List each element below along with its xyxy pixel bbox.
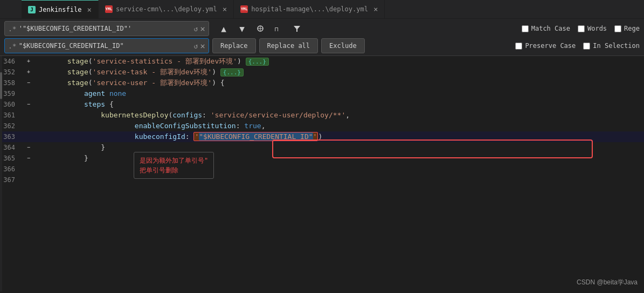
find-clear-button[interactable]: × [200, 24, 205, 34]
in-selection-label: In Selection [593, 42, 640, 50]
tab-bar: J Jenkinsfile × YML service-cmn\...\depl… [0, 0, 644, 19]
words-label: Words [587, 25, 607, 32]
regex-label: Rege [624, 25, 640, 32]
replace-all-button[interactable]: Replace all [259, 38, 318, 53]
words-checkbox[interactable] [578, 25, 585, 32]
watermark: CSDN @beita学Java [577, 278, 638, 287]
tab-service-cmn[interactable]: YML service-cmn\...\deploy.yml × [99, 0, 234, 19]
line-361: 361 kubernetesDeploy(configs: 'service/s… [2, 110, 644, 121]
line-352: 352 + stage('service-task - 部署到dev环境') {… [2, 67, 644, 78]
find-toolbar-icons: ▲ ▼ ⊓ [217, 22, 304, 36]
line-360: 360 − steps { [2, 99, 644, 110]
line-366: 366 [2, 164, 644, 175]
preserve-case-option[interactable]: Preserve Case [515, 42, 576, 50]
line-367: 367 [2, 175, 644, 185]
editor-area: 346 + stage('service-statistics - 部署到dev… [0, 56, 644, 291]
tab-service-cmn-label: service-cmn\...\deploy.yml [116, 5, 217, 13]
match-case-option[interactable]: Match Case [522, 25, 570, 32]
words-option[interactable]: Words [578, 25, 607, 32]
replace-regex-icon[interactable]: .* [8, 42, 17, 50]
match-case-label: Match Case [531, 25, 570, 32]
replace-clear-button[interactable]: × [200, 41, 205, 51]
find-in-selection-icon[interactable]: ⊓ [272, 22, 286, 36]
replace-search-box[interactable]: .* ↺ × [4, 38, 209, 53]
svg-marker-4 [294, 26, 300, 32]
preserve-case-label: Preserve Case [525, 42, 576, 50]
preserve-case-checkbox[interactable] [515, 43, 522, 50]
svg-text:⊓: ⊓ [275, 26, 279, 33]
fold-346[interactable]: + [24, 56, 33, 67]
fold-352[interactable]: + [24, 67, 33, 78]
line-359: 359 agent none [2, 88, 644, 99]
next-match-button[interactable]: ▼ [235, 22, 249, 36]
tab-jenkinsfile-close[interactable]: × [87, 5, 91, 14]
fold-364[interactable]: − [24, 142, 33, 153]
line-346: 346 + stage('service-statistics - 部署到dev… [2, 56, 644, 67]
find-replace-toolbar: .* ↺ × ▲ ▼ ⊓ Match Case Words [0, 19, 644, 56]
tab-hospital-manage-close[interactable]: × [373, 5, 378, 13]
scroll-bar[interactable] [0, 56, 2, 291]
yaml-icon-2: YML [240, 5, 248, 13]
line-364: 364 − } [2, 142, 644, 153]
find-input[interactable] [19, 25, 192, 32]
jenkins-icon: J [28, 6, 36, 13]
replace-input[interactable] [19, 42, 192, 50]
code-editor[interactable]: 346 + stage('service-statistics - 部署到dev… [2, 56, 644, 291]
yaml-icon-1: YML [105, 5, 113, 13]
match-case-checkbox[interactable] [522, 25, 529, 32]
fold-358[interactable]: − [24, 78, 33, 88]
line-363: 363 kubeconfigId: '"$KUBECONFIG_CREDENTI… [2, 131, 644, 142]
in-selection-checkbox[interactable] [583, 43, 590, 50]
find-history-icon[interactable]: ↺ [194, 25, 198, 33]
regex-option[interactable]: Rege [614, 25, 640, 32]
find-row: .* ↺ × ▲ ▼ ⊓ Match Case Words [4, 21, 640, 36]
find-search-box[interactable]: .* ↺ × [4, 21, 209, 36]
exclude-button[interactable]: Exclude [321, 38, 365, 53]
prev-match-button[interactable]: ▲ [217, 22, 231, 36]
filter-icon[interactable] [290, 22, 304, 36]
tab-hospital-manage-label: hospital-manage\...\deploy.yml [251, 5, 368, 13]
find-regex-icon[interactable]: .* [8, 25, 17, 33]
replace-button[interactable]: Replace [212, 38, 256, 53]
fold-365[interactable]: − [24, 153, 33, 164]
tab-service-cmn-close[interactable]: × [223, 5, 227, 13]
in-selection-option[interactable]: In Selection [583, 42, 640, 50]
line-362: 362 enableConfigSubstitution: true, [2, 121, 644, 131]
tab-jenkinsfile-label: Jenkinsfile [39, 6, 81, 13]
replace-row: .* ↺ × Replace Replace all Exclude Prese… [4, 38, 640, 53]
line-358: 358 − stage('service-user - 部署到dev环境') { [2, 78, 644, 88]
tab-hospital-manage[interactable]: YML hospital-manage\...\deploy.yml × [234, 0, 385, 19]
regex-checkbox[interactable] [614, 25, 621, 32]
tab-jenkinsfile[interactable]: J Jenkinsfile × [22, 0, 99, 19]
select-all-matches-button[interactable] [253, 22, 267, 36]
replace-history-icon[interactable]: ↺ [194, 42, 198, 50]
line-365: 365 − } [2, 153, 644, 164]
fold-360[interactable]: − [24, 99, 33, 110]
